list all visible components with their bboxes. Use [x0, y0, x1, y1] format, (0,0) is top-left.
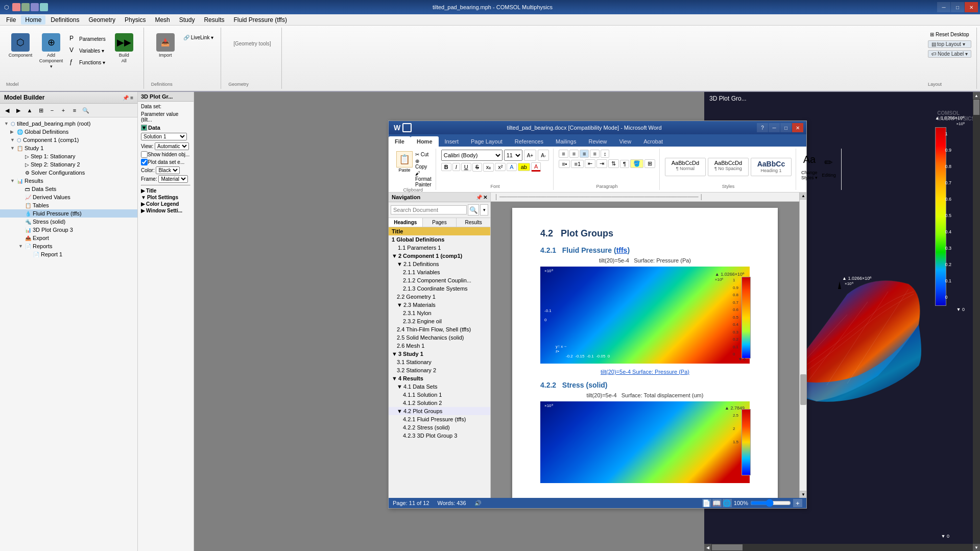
tree-root[interactable]: ▼ ⬡ tilted_pad_bearing.mph (root) — [0, 119, 137, 128]
copy-btn[interactable]: ⊕ Copy — [415, 158, 432, 170]
collapse-btn[interactable]: − — [47, 105, 57, 115]
comsol-scroll-left[interactable]: ◀ — [704, 544, 711, 551]
nav-item-title[interactable]: Title — [389, 227, 490, 235]
build-all-btn[interactable]: ▶▶ BuildAll — [110, 31, 138, 66]
style-nospacing-btn[interactable]: AaBbCcDd ¶ No Spacing — [708, 158, 749, 176]
reset-desktop-btn[interactable]: ⊞ Reset Desktop — [928, 31, 971, 38]
web-view-btn[interactable]: 🌐 — [723, 499, 732, 507]
bullets-btn[interactable]: ≡• — [559, 160, 570, 168]
style-normal-btn[interactable]: AaBbCcDd ¶ Normal — [665, 158, 706, 176]
word-tab-mailings[interactable]: Mailings — [549, 136, 582, 147]
title-section[interactable]: ▶ Title — [141, 188, 190, 194]
tree-study1[interactable]: ▼ 📋 Study 1 — [0, 144, 137, 152]
word-tab-insert[interactable]: Insert — [439, 136, 465, 147]
format-painter-btn[interactable]: 🖌 Format Painter — [415, 171, 432, 187]
color-legend-section[interactable]: ▶ Color Legend — [141, 201, 190, 207]
word-restore-btn[interactable]: □ — [780, 123, 792, 132]
comsol-scrollbar[interactable]: ▲ ▼ — [973, 92, 980, 551]
nav-item-2-1[interactable]: ▼2.1 Definitions — [389, 260, 490, 268]
component-btn[interactable]: ⬡ Component — [6, 31, 35, 61]
tree-report1[interactable]: 📄 Report 1 — [0, 250, 137, 258]
menu-results[interactable]: Results — [200, 15, 228, 25]
nav-search-input[interactable] — [391, 205, 467, 214]
tree-3d-group3[interactable]: 📊 3D Plot Group 3 — [0, 226, 137, 234]
color-select[interactable]: Black — [156, 166, 180, 174]
scroll-down-btn[interactable]: ▼ — [800, 491, 806, 498]
nav-item-3-1[interactable]: 3.1 Stationary — [389, 358, 490, 366]
document-scroll[interactable]: 4.2 Plot Groups 4.2.1 Fluid Pressure (tf… — [491, 202, 799, 498]
change-styles-btn[interactable]: Aa ChangeStyles ▾ — [801, 154, 818, 180]
editing-btn[interactable]: ✏ Editing — [821, 156, 837, 178]
nav-tab-headings[interactable]: Headings — [389, 218, 423, 227]
nav-search-menu[interactable]: ▾ — [480, 204, 488, 215]
menu-mesh[interactable]: Mesh — [151, 15, 174, 25]
nav-item-2-3[interactable]: ▼2.3 Materials — [389, 301, 490, 309]
word-tab-home[interactable]: Home — [411, 136, 439, 147]
nav-item-4-1-1[interactable]: 4.1.1 Solution 1 — [389, 391, 490, 399]
nav-tab-results[interactable]: Results — [457, 218, 490, 227]
style-h1-btn[interactable]: AaBbCc Heading 1 — [751, 158, 792, 176]
nav-item-4-2-1[interactable]: 4.2.1 Fluid Pressure (tffs) — [389, 415, 490, 423]
font-family-select[interactable]: Calibri (Body) — [441, 150, 503, 161]
word-help-btn[interactable]: ? — [757, 123, 768, 132]
cut-btn[interactable]: ✂ Cut — [415, 152, 432, 157]
comsol-scroll-down[interactable]: ▼ — [973, 544, 980, 551]
livelink-btn[interactable]: 🔗 LiveLink ▾ — [181, 34, 216, 41]
top-layout-dropdown[interactable]: ▤ top Layout ▾ — [928, 40, 971, 48]
font-color-btn[interactable]: A — [531, 162, 541, 172]
nav-item-1-1[interactable]: 1.1 Parameters 1 — [389, 244, 490, 252]
nav-item-2-1-1[interactable]: 2.1.1 Variables — [389, 268, 490, 276]
nav-item-2-6[interactable]: 2.6 Mesh 1 — [389, 342, 490, 350]
tree-tables[interactable]: 📋 Tables — [0, 201, 137, 209]
forward-btn[interactable]: ▶ — [13, 105, 23, 115]
expand-btn[interactable]: + — [58, 105, 68, 115]
menu-geometry[interactable]: Geometry — [84, 15, 119, 25]
text-effects-btn[interactable]: A — [507, 163, 516, 171]
nav-item-2-1-3[interactable]: 2.1.3 Coordinate Systems — [389, 284, 490, 293]
nav-item-2-2[interactable]: 2.2 Geometry 1 — [389, 293, 490, 301]
nav-search-btn[interactable]: 🔍 — [468, 204, 479, 215]
show-hidden-check[interactable] — [141, 151, 148, 158]
borders-btn[interactable]: ⊞ — [644, 159, 655, 168]
word-tab-page-layout[interactable]: Page Layout — [465, 136, 509, 147]
tree-derived[interactable]: 📈 Derived Values — [0, 193, 137, 201]
comsol-scroll-thumb[interactable] — [973, 100, 979, 115]
nav-item-4[interactable]: ▼4 Results — [389, 374, 490, 382]
nav-item-3[interactable]: ▼3 Study 1 — [389, 350, 490, 358]
comsol-hscroll-thumb[interactable] — [712, 544, 743, 550]
word-tab-review[interactable]: Review — [582, 136, 613, 147]
menu-definitions[interactable]: Definitions — [46, 15, 83, 25]
maximize-btn[interactable]: □ — [951, 2, 964, 12]
sort-btn[interactable]: ⇅ — [608, 159, 619, 168]
plot-settings-section[interactable]: ▼ Plot Settings — [141, 195, 190, 200]
word-tab-references[interactable]: References — [509, 136, 549, 147]
add-component-btn[interactable]: ⊕ AddComponent ▾ — [37, 31, 65, 71]
nav-panel-close[interactable]: ✕ — [483, 195, 487, 200]
comsol-hscrollbar[interactable]: ◀ ▶ — [704, 544, 980, 551]
tree-fluid-pressure[interactable]: 💧 Fluid Pressure (tffs) — [0, 209, 137, 218]
word-close-btn[interactable]: ✕ — [792, 123, 803, 132]
menu-study[interactable]: Study — [175, 15, 199, 25]
comsol-scroll-up[interactable]: ▲ — [973, 92, 980, 99]
import-btn[interactable]: 📥 Import — [151, 31, 180, 61]
sort-btn[interactable]: ≡ — [69, 105, 80, 115]
show-marks-btn[interactable]: ¶ — [620, 160, 629, 168]
close-btn[interactable]: ✕ — [965, 2, 978, 12]
window-settings-section[interactable]: ▶ Window Setti... — [141, 208, 190, 213]
nav-item-2-1-2[interactable]: 2.1.2 Component Couplin... — [389, 276, 490, 284]
align-left-btn[interactable]: ≡ — [559, 150, 568, 158]
font-shrink-btn[interactable]: A- — [538, 150, 549, 161]
comsol-scroll-track[interactable] — [973, 99, 980, 544]
italic-btn[interactable]: I — [452, 163, 460, 171]
indent-increase-btn[interactable]: ⇥ — [596, 159, 607, 168]
nav-item-3-2[interactable]: 3.2 Stationary 2 — [389, 366, 490, 374]
nav-item-4-2-3[interactable]: 4.2.3 3D Plot Group 3 — [389, 432, 490, 440]
nav-item-4-2[interactable]: ▼4.2 Plot Groups — [389, 407, 490, 415]
zoom-slider[interactable] — [750, 500, 791, 506]
tree-results[interactable]: ▼ 📊 Results — [0, 177, 137, 185]
panel-menu-icon[interactable]: ≡ — [130, 95, 133, 101]
tree-export[interactable]: 📤 Export — [0, 234, 137, 242]
nav-item-2[interactable]: ▼2 Component 1 (comp1) — [389, 252, 490, 260]
subscript-btn[interactable]: x₂ — [483, 163, 494, 172]
highlight-btn[interactable]: ab — [518, 163, 530, 171]
